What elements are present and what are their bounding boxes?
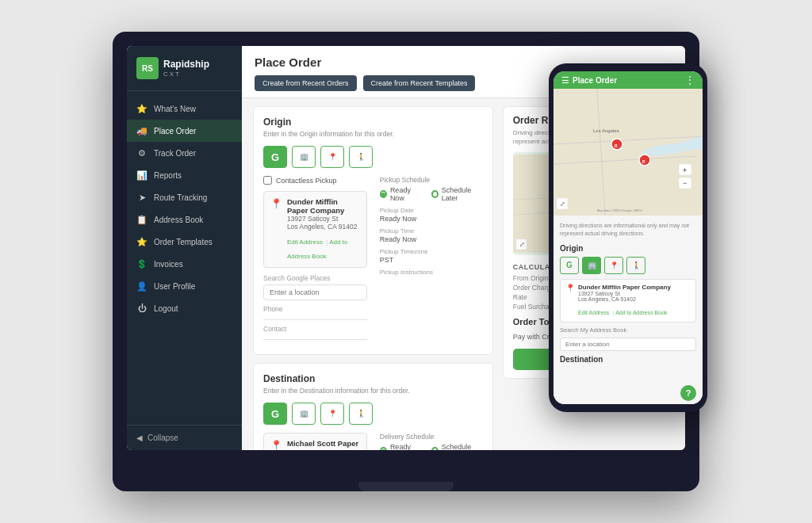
delivery-schedule-label: Delivery Schedule xyxy=(380,433,483,441)
sidebar-item-whats-new[interactable]: ⭐ What's New xyxy=(127,97,242,120)
pickup-instructions-label: Pickup Instructions xyxy=(380,269,483,276)
templates-icon: ⭐ xyxy=(136,236,147,247)
sidebar-item-order-templates[interactable]: ⭐ Order Templates xyxy=(127,231,242,253)
phone-origin-city: Los Angeles, CA 91402 xyxy=(578,296,671,302)
phone-add-to-book-link[interactable]: Add to Address Book xyxy=(615,310,667,315)
phone-title: Place Order xyxy=(573,76,617,85)
origin-contact-input[interactable] xyxy=(263,334,367,340)
sidebar-item-place-order[interactable]: 🚚 Place Order xyxy=(127,120,242,142)
destination-tab-building[interactable]: 🏢 xyxy=(292,403,316,425)
origin-search-label: Search Google Places xyxy=(263,274,367,282)
delivery-ready-now-radio[interactable] xyxy=(380,447,387,450)
rate-label: Rate xyxy=(513,293,527,301)
logout-icon: ⏻ xyxy=(136,303,147,314)
delivery-schedule-later-option[interactable]: Schedule Later xyxy=(431,443,483,450)
phone-tab-building[interactable]: 🏢 xyxy=(582,257,601,274)
origin-subtitle: Enter in the Origin information for this… xyxy=(263,130,483,138)
svg-text:⤢: ⤢ xyxy=(519,242,524,249)
pickup-schedule-row: Pickup Schedule Ready Now xyxy=(380,176,483,202)
collapse-button[interactable]: ◀ Collapse xyxy=(127,425,242,450)
destination-tab-google[interactable]: G xyxy=(263,403,287,425)
create-from-recent-templates-button[interactable]: Create from Recent Templates xyxy=(363,75,476,91)
ready-now-radio[interactable] xyxy=(380,190,387,198)
origin-contact-label: Contact xyxy=(263,325,367,333)
origin-address-block: 📍 Dunder Mifflin Paper Company 13927 Sat… xyxy=(263,191,367,268)
order-charge-label: Order Charge xyxy=(513,284,554,292)
phone-origin-address-block: 📍 Dunder Mifflin Paper Company 13927 Sat… xyxy=(560,279,696,323)
phone-tab-google[interactable]: G xyxy=(560,257,579,274)
logo-icon: RS xyxy=(136,57,159,79)
origin-company-name: Dunder Mifflin Paper Company xyxy=(287,197,360,215)
phone-origin-pin-icon: 📍 xyxy=(565,284,575,318)
phone-tab-pin[interactable]: 📍 xyxy=(604,257,623,274)
pickup-date-value: Ready Now xyxy=(380,215,483,223)
pickup-timezone-group: Pickup Timezone PST xyxy=(380,248,483,264)
phone-help-button[interactable]: ? xyxy=(680,385,696,401)
create-from-recent-orders-button[interactable]: Create from Recent Orders xyxy=(255,75,357,91)
pickup-time-value: Ready Now xyxy=(380,235,483,243)
phone-content: Driving directions are informational onl… xyxy=(553,216,703,404)
destination-map-pin-icon: 📍 xyxy=(270,440,282,450)
origin-card: Origin Enter in the Origin information f… xyxy=(253,106,493,355)
reports-icon: 📊 xyxy=(136,170,147,181)
pickup-date-group: Pickup Date Ready Now xyxy=(380,207,483,223)
delivery-ready-now-option[interactable]: Ready Now xyxy=(380,443,422,450)
origin-phone-input[interactable] xyxy=(263,315,367,320)
svg-text:B: B xyxy=(615,143,618,148)
phone-origin-tabs: G 🏢 📍 🚶 xyxy=(560,257,696,274)
phone-map: Los Angeles B B + − ⤢ Map data ©2020 Goo… xyxy=(553,89,703,216)
sidebar-item-reports[interactable]: 📊 Reports xyxy=(127,164,242,186)
phone-status-bar: ☰ Place Order ⋮ xyxy=(553,71,703,89)
origin-tab-pin[interactable]: 📍 xyxy=(320,146,344,168)
form-section: Origin Enter in the Origin information f… xyxy=(253,106,493,450)
origin-tab-building[interactable]: 🏢 xyxy=(292,146,316,168)
invoices-icon: 💲 xyxy=(136,258,147,269)
phone-bar-left: ☰ Place Order xyxy=(561,75,617,86)
phone-destination-title: Destination xyxy=(560,355,696,364)
origin-tab-google[interactable]: G xyxy=(263,146,287,168)
delivery-schedule-later-radio[interactable] xyxy=(431,447,439,450)
truck-icon: 🚚 xyxy=(136,125,147,136)
origin-search-input[interactable] xyxy=(263,284,367,300)
origin-phone-label: Phone xyxy=(263,305,367,313)
phone-origin-street: 13927 Saticoy St xyxy=(578,291,671,296)
phone-tab-person[interactable]: 🚶 xyxy=(626,257,645,274)
route-icon: ➤ xyxy=(136,192,147,203)
origin-tab-person[interactable]: 🚶 xyxy=(349,146,373,168)
logo-text: Rapidship xyxy=(163,59,209,70)
sidebar-item-route-tracking[interactable]: ➤ Route Tracking xyxy=(127,186,242,208)
phone-search-input[interactable] xyxy=(560,338,696,351)
destination-subtitle: Enter in the Destination information for… xyxy=(263,387,483,395)
sidebar-item-invoices[interactable]: 💲 Invoices xyxy=(127,253,242,275)
laptop-base xyxy=(358,482,454,491)
origin-title: Origin xyxy=(263,116,483,128)
destination-card: Destination Enter in the Destination inf… xyxy=(253,363,493,450)
logo-sub: CXT xyxy=(163,71,209,78)
pickup-ready-now-option[interactable]: Ready Now xyxy=(380,186,422,202)
phone-edit-address-link[interactable]: Edit Address xyxy=(578,310,609,315)
help-icon: ? xyxy=(686,388,691,398)
origin-map-pin-icon: 📍 xyxy=(270,198,282,209)
pickup-instructions-group: Pickup Instructions xyxy=(380,269,483,276)
origin-address-links: Edit Address Add to Address Book xyxy=(287,233,360,262)
hamburger-icon[interactable]: ☰ xyxy=(561,75,569,86)
pickup-timezone-value: PST xyxy=(380,256,483,264)
origin-edit-address-link[interactable]: Edit Address xyxy=(287,239,323,246)
destination-tab-pin[interactable]: 📍 xyxy=(320,403,344,425)
phone-driving-note: Driving directions are informational onl… xyxy=(560,222,696,238)
phone-more-icon[interactable]: ⋮ xyxy=(685,74,695,86)
sidebar-logo: RS Rapidship CXT xyxy=(127,46,242,91)
sidebar-item-track-order[interactable]: ⚙ Track Order xyxy=(127,142,242,164)
sidebar: RS Rapidship CXT ⭐ What's New xyxy=(127,46,242,450)
delivery-schedule-row: Delivery Schedule Ready Now xyxy=(380,433,483,450)
sidebar-item-logout[interactable]: ⏻ Logout xyxy=(127,297,242,319)
sidebar-item-address-book[interactable]: 📋 Address Book xyxy=(127,208,242,231)
pickup-time-label: Pickup Time xyxy=(380,227,483,235)
pickup-schedule-later-option[interactable]: Schedule Later xyxy=(431,186,483,202)
destination-tab-person[interactable]: 🚶 xyxy=(349,403,373,425)
phone-screen: ☰ Place Order ⋮ Los Angeles B xyxy=(553,71,703,404)
contactless-pickup-checkbox[interactable] xyxy=(263,176,272,185)
chevron-left-icon: ◀ xyxy=(136,433,143,442)
sidebar-item-user-profile[interactable]: 👤 User Profile xyxy=(127,275,242,297)
schedule-later-radio[interactable] xyxy=(431,190,439,198)
